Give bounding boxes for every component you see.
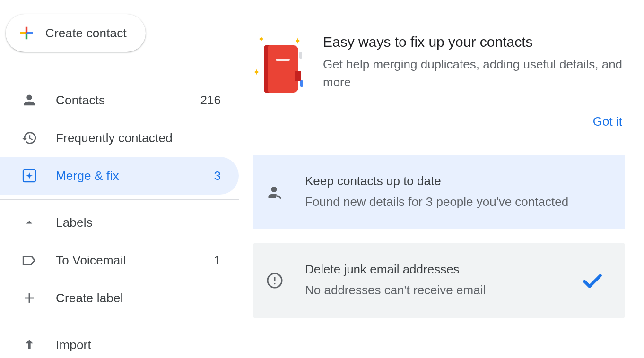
sparkle-icon: ✦ bbox=[253, 67, 260, 77]
card-keep-up-to-date[interactable]: Keep contacts up to date Found new detai… bbox=[253, 155, 625, 229]
plus-color-icon bbox=[17, 24, 36, 43]
alert-circle-icon bbox=[266, 272, 283, 289]
person-check-icon bbox=[266, 184, 283, 201]
sidebar-import[interactable]: Import bbox=[0, 326, 239, 358]
divider bbox=[0, 199, 239, 200]
label-icon bbox=[20, 251, 39, 270]
chevron-up-icon bbox=[20, 213, 39, 232]
sidebar-labels-header[interactable]: Labels bbox=[0, 204, 239, 241]
sparkle-icon: ✦ bbox=[258, 34, 265, 44]
sidebar-item-label: Contacts bbox=[56, 93, 200, 108]
plus-icon bbox=[20, 289, 39, 307]
create-label-text: Create label bbox=[56, 291, 221, 306]
sidebar-label-count: 1 bbox=[214, 253, 221, 268]
import-label: Import bbox=[56, 338, 221, 352]
got-it-button[interactable]: Got it bbox=[590, 110, 625, 134]
upload-icon bbox=[20, 335, 39, 354]
card-delete-junk[interactable]: Delete junk email addresses No addresses… bbox=[253, 243, 625, 317]
sparkle-box-icon bbox=[20, 166, 39, 185]
main-content: ✦ ✦ ✦ Easy ways to fix up your contacts … bbox=[239, 0, 644, 358]
create-contact-button[interactable]: Create contact bbox=[6, 14, 146, 52]
nav-section: Contacts 216 Frequently contacted Merge … bbox=[0, 81, 239, 358]
card-title: Keep contacts up to date bbox=[305, 174, 604, 188]
hero-text: Easy ways to fix up your contacts Get he… bbox=[323, 34, 625, 91]
person-icon bbox=[20, 91, 39, 110]
sidebar-item-label: Frequently contacted bbox=[56, 131, 221, 145]
sidebar-label-to-voicemail[interactable]: To Voicemail 1 bbox=[0, 241, 239, 279]
hero-title: Easy ways to fix up your contacts bbox=[323, 34, 625, 50]
divider bbox=[253, 145, 625, 145]
sparkle-icon: ✦ bbox=[294, 36, 301, 46]
sidebar-item-count: 3 bbox=[214, 169, 221, 183]
divider bbox=[0, 322, 239, 322]
hero-subtitle: Get help merging duplicates, adding usef… bbox=[323, 56, 625, 91]
check-icon bbox=[581, 269, 604, 292]
card-subtitle: Found new details for 3 people you've co… bbox=[305, 193, 604, 210]
card-subtitle: No addresses can't receive email bbox=[305, 281, 559, 298]
sidebar-item-frequently-contacted[interactable]: Frequently contacted bbox=[0, 119, 239, 157]
sidebar-item-merge-fix[interactable]: Merge & fix 3 bbox=[0, 157, 239, 195]
contacts-book-illustration: ✦ ✦ ✦ bbox=[253, 34, 306, 100]
sidebar: Create contact Contacts 216 Frequently c… bbox=[0, 0, 239, 358]
create-contact-label: Create contact bbox=[45, 26, 127, 41]
sidebar-create-label[interactable]: Create label bbox=[0, 279, 239, 317]
svg-point-3 bbox=[274, 283, 276, 284]
labels-header-label: Labels bbox=[56, 215, 221, 230]
card-title: Delete junk email addresses bbox=[305, 262, 559, 277]
hero-banner: ✦ ✦ ✦ Easy ways to fix up your contacts … bbox=[253, 34, 625, 100]
history-icon bbox=[20, 128, 39, 147]
sidebar-label-text: To Voicemail bbox=[56, 253, 214, 268]
sidebar-item-count: 216 bbox=[200, 93, 221, 108]
sidebar-item-label: Merge & fix bbox=[56, 169, 214, 183]
sidebar-item-contacts[interactable]: Contacts 216 bbox=[0, 81, 239, 119]
